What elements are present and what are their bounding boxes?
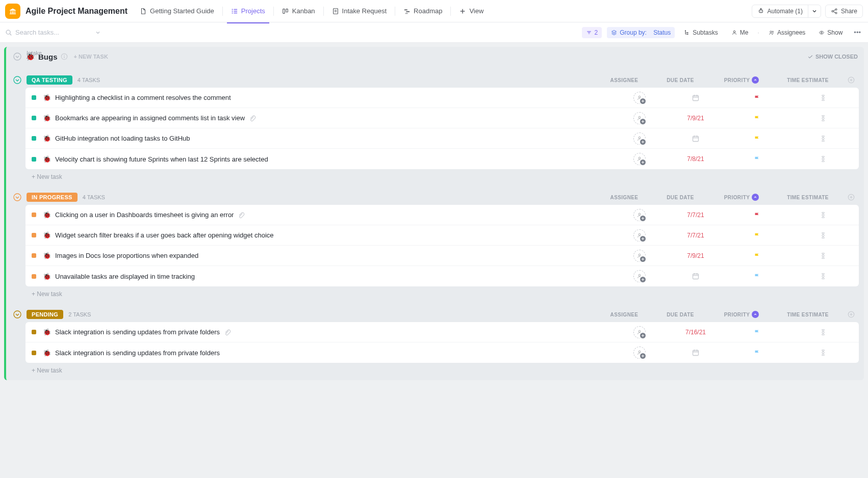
column-header[interactable]: ASSIGNEE <box>599 312 650 317</box>
assign-user-button[interactable] <box>633 132 646 145</box>
priority-flag-icon[interactable] <box>753 135 760 142</box>
task-row[interactable]: 🐞 GitHub integration not loading tasks t… <box>25 128 859 149</box>
time-estimate-icon[interactable] <box>820 252 827 259</box>
priority-flag-icon[interactable] <box>753 273 760 280</box>
status-square-icon[interactable] <box>32 116 36 120</box>
group-collapse-toggle[interactable] <box>13 193 21 201</box>
show-button[interactable]: Show <box>814 27 847 38</box>
due-date[interactable]: 7/7/21 <box>687 232 704 239</box>
task-row[interactable]: 🐞 Widget search filter breaks if a user … <box>25 225 859 246</box>
priority-flag-icon[interactable] <box>753 329 760 336</box>
view-tab[interactable]: Intake Request <box>326 3 393 19</box>
view-tab[interactable]: View <box>453 3 490 19</box>
new-task-button[interactable]: + New task <box>11 169 859 181</box>
add-column-button[interactable] <box>844 76 859 84</box>
assign-user-button[interactable] <box>633 229 646 242</box>
search-dropdown-icon[interactable] <box>95 30 101 36</box>
priority-flag-icon[interactable] <box>753 232 760 239</box>
status-square-icon[interactable] <box>32 330 36 334</box>
time-estimate-icon[interactable] <box>820 273 827 280</box>
column-header[interactable]: PRIORITY <box>711 76 772 84</box>
due-date[interactable]: 7/7/21 <box>687 211 704 219</box>
time-estimate-icon[interactable] <box>820 349 827 356</box>
column-header[interactable]: TIME ESTIMATE <box>772 312 844 317</box>
column-header[interactable]: PRIORITY <box>711 311 772 318</box>
time-estimate-icon[interactable] <box>820 115 827 122</box>
priority-flag-icon[interactable] <box>753 115 760 122</box>
status-label[interactable]: QA TESTING <box>27 75 72 85</box>
due-date[interactable]: 7/9/21 <box>687 252 704 259</box>
task-row[interactable]: 🐞 Unavailable tasks are displayed in tim… <box>25 266 859 286</box>
list-collapse-toggle[interactable] <box>13 52 21 61</box>
view-tab[interactable]: Roadmap <box>397 3 448 19</box>
new-task-button[interactable]: + NEW TASK <box>74 54 108 60</box>
status-square-icon[interactable] <box>32 274 36 279</box>
search-input[interactable] <box>15 29 92 36</box>
task-title[interactable]: Clicking on a user in Dashboards timeshe… <box>55 211 234 219</box>
assign-user-button[interactable] <box>633 92 646 104</box>
time-estimate-icon[interactable] <box>820 232 827 239</box>
assign-user-button[interactable] <box>633 326 646 338</box>
priority-flag-icon[interactable] <box>753 349 760 356</box>
me-mode-button[interactable]: Me <box>727 27 753 38</box>
new-task-button[interactable]: + New task <box>11 363 859 375</box>
due-date[interactable]: 7/9/21 <box>687 115 704 122</box>
due-date[interactable]: 7/16/21 <box>685 329 706 336</box>
column-header[interactable]: DUE DATE <box>650 195 711 200</box>
task-title[interactable]: Velocity chart is showing future Sprints… <box>55 155 268 163</box>
status-square-icon[interactable] <box>32 136 36 141</box>
task-row[interactable]: 🐞 Slack integration is sending updates f… <box>25 342 859 363</box>
priority-flag-icon[interactable] <box>753 94 760 101</box>
column-header[interactable]: DUE DATE <box>650 77 711 83</box>
time-estimate-icon[interactable] <box>820 329 827 336</box>
priority-flag-icon[interactable] <box>753 252 760 259</box>
due-date-empty[interactable] <box>692 349 700 357</box>
status-square-icon[interactable] <box>32 253 36 258</box>
task-row[interactable]: 🐞 Highlighting a checklist in a comment … <box>25 88 859 108</box>
view-tab[interactable]: Getting Started Guide <box>134 3 220 19</box>
task-row[interactable]: 🐞 Clicking on a user in Dashboards times… <box>25 205 859 225</box>
priority-flag-icon[interactable] <box>753 211 760 219</box>
assign-user-button[interactable] <box>633 112 646 124</box>
status-label[interactable]: PENDING <box>27 310 63 319</box>
attachment-icon[interactable] <box>224 329 231 336</box>
sort-indicator-icon[interactable] <box>752 76 759 84</box>
due-date[interactable]: 7/8/21 <box>687 155 704 163</box>
group-collapse-toggle[interactable] <box>13 76 21 84</box>
task-title[interactable]: Images in Docs lose proportions when exp… <box>55 252 198 259</box>
assignees-button[interactable]: Assignees <box>764 27 809 38</box>
status-square-icon[interactable] <box>32 95 36 100</box>
task-title[interactable]: Unavailable tasks are displayed in time … <box>55 273 195 280</box>
assign-user-button[interactable] <box>633 209 646 221</box>
column-header[interactable]: ASSIGNEE <box>599 77 650 83</box>
due-date-empty[interactable] <box>692 135 700 143</box>
more-button[interactable]: ••• <box>852 26 863 38</box>
task-title[interactable]: Slack integration is sending updates fro… <box>55 349 220 357</box>
status-square-icon[interactable] <box>32 351 36 355</box>
task-title[interactable]: Widget search filter breaks if a user go… <box>55 231 274 239</box>
sort-indicator-icon[interactable] <box>752 311 759 318</box>
assign-user-button[interactable] <box>633 153 646 165</box>
share-button[interactable]: Share <box>825 5 863 18</box>
task-title[interactable]: Bookmarks are appearing in assigned comm… <box>55 114 245 122</box>
new-task-button[interactable]: + New task <box>11 286 859 299</box>
status-label[interactable]: IN PROGRESS <box>27 193 78 202</box>
space-icon[interactable] <box>5 4 20 19</box>
assign-user-button[interactable] <box>633 250 646 262</box>
breadcrumb[interactable]: Intake <box>27 50 42 56</box>
task-row[interactable]: 🐞 Bookmarks are appearing in assigned co… <box>25 108 859 128</box>
task-row[interactable]: 🐞 Velocity chart is showing future Sprin… <box>25 149 859 169</box>
time-estimate-icon[interactable] <box>820 94 827 101</box>
view-tab[interactable]: Projects <box>225 3 271 19</box>
due-date-empty[interactable] <box>692 94 700 102</box>
show-closed-button[interactable]: SHOW CLOSED <box>807 54 858 60</box>
task-title[interactable]: Highlighting a checklist in a comment re… <box>55 94 231 101</box>
group-collapse-toggle[interactable] <box>13 310 21 318</box>
view-tab[interactable]: Kanban <box>276 3 321 19</box>
group-by-button[interactable]: Group by: Status <box>607 27 675 38</box>
filter-button[interactable]: 2 <box>582 27 602 38</box>
column-header[interactable]: DUE DATE <box>650 312 711 317</box>
task-row[interactable]: 🐞 Slack integration is sending updates f… <box>25 322 859 342</box>
time-estimate-icon[interactable] <box>820 135 827 142</box>
column-header[interactable]: ASSIGNEE <box>599 195 650 200</box>
